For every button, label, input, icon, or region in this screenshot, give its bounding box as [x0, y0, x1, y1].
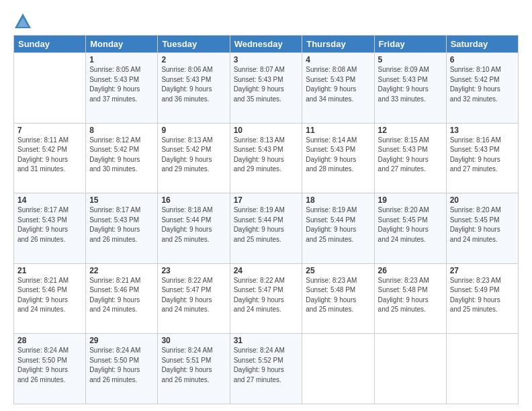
header: [13, 12, 519, 31]
day-number: 20: [450, 195, 515, 205]
calendar-cell: 9Sunrise: 8:13 AMSunset: 5:42 PMDaylight…: [158, 123, 230, 193]
calendar-cell: [302, 334, 374, 404]
logo: [13, 12, 35, 31]
day-info: Sunrise: 8:18 AMSunset: 5:44 PMDaylight:…: [161, 205, 226, 244]
day-number: 19: [378, 195, 443, 205]
calendar-cell: 7Sunrise: 8:11 AMSunset: 5:42 PMDaylight…: [14, 123, 86, 193]
week-row-4: 21Sunrise: 8:21 AMSunset: 5:46 PMDayligh…: [14, 263, 519, 334]
header-row: SundayMondayTuesdayWednesdayThursdayFrid…: [14, 36, 519, 53]
calendar-cell: 20Sunrise: 8:20 AMSunset: 5:45 PMDayligh…: [446, 193, 518, 264]
day-number: 18: [306, 195, 370, 205]
day-number: 22: [89, 266, 154, 275]
header-cell-saturday: Saturday: [446, 36, 518, 53]
header-cell-monday: Monday: [86, 36, 158, 53]
calendar-cell: 17Sunrise: 8:19 AMSunset: 5:44 PMDayligh…: [230, 193, 302, 264]
day-info: Sunrise: 8:22 AMSunset: 5:47 PMDaylight:…: [234, 276, 299, 315]
day-info: Sunrise: 8:15 AMSunset: 5:43 PMDaylight:…: [378, 136, 443, 175]
week-row-3: 14Sunrise: 8:17 AMSunset: 5:43 PMDayligh…: [14, 193, 519, 264]
day-number: 30: [161, 336, 226, 345]
calendar-cell: [14, 53, 86, 124]
page: SundayMondayTuesdayWednesdayThursdayFrid…: [0, 0, 532, 411]
calendar-cell: 29Sunrise: 8:24 AMSunset: 5:50 PMDayligh…: [86, 334, 158, 404]
calendar-cell: 27Sunrise: 8:23 AMSunset: 5:49 PMDayligh…: [446, 263, 518, 334]
calendar-cell: 1Sunrise: 8:05 AMSunset: 5:43 PMDaylight…: [86, 53, 158, 124]
header-cell-friday: Friday: [374, 36, 446, 53]
day-info: Sunrise: 8:24 AMSunset: 5:50 PMDaylight:…: [17, 346, 82, 385]
calendar-cell: 11Sunrise: 8:14 AMSunset: 5:43 PMDayligh…: [302, 123, 374, 193]
day-info: Sunrise: 8:19 AMSunset: 5:44 PMDaylight:…: [234, 205, 299, 244]
calendar-cell: 10Sunrise: 8:13 AMSunset: 5:43 PMDayligh…: [230, 123, 302, 193]
day-info: Sunrise: 8:23 AMSunset: 5:48 PMDaylight:…: [378, 276, 443, 315]
day-number: 25: [306, 266, 370, 275]
calendar-cell: 19Sunrise: 8:20 AMSunset: 5:45 PMDayligh…: [374, 193, 446, 264]
day-number: 27: [450, 266, 515, 275]
day-info: Sunrise: 8:11 AMSunset: 5:42 PMDaylight:…: [17, 136, 82, 175]
day-info: Sunrise: 8:20 AMSunset: 5:45 PMDaylight:…: [450, 205, 515, 244]
day-info: Sunrise: 8:09 AMSunset: 5:43 PMDaylight:…: [378, 65, 443, 104]
day-number: 21: [17, 266, 82, 275]
day-number: 23: [161, 266, 226, 275]
calendar-cell: 6Sunrise: 8:10 AMSunset: 5:42 PMDaylight…: [446, 53, 518, 124]
day-info: Sunrise: 8:21 AMSunset: 5:46 PMDaylight:…: [89, 276, 154, 315]
calendar-cell: 28Sunrise: 8:24 AMSunset: 5:50 PMDayligh…: [14, 334, 86, 404]
day-info: Sunrise: 8:19 AMSunset: 5:44 PMDaylight:…: [306, 205, 370, 244]
day-number: 16: [161, 195, 226, 205]
calendar-cell: 30Sunrise: 8:24 AMSunset: 5:51 PMDayligh…: [158, 334, 230, 404]
header-cell-tuesday: Tuesday: [158, 36, 230, 53]
day-info: Sunrise: 8:16 AMSunset: 5:43 PMDaylight:…: [450, 136, 515, 175]
calendar-cell: 31Sunrise: 8:24 AMSunset: 5:52 PMDayligh…: [230, 334, 302, 404]
calendar-cell: 22Sunrise: 8:21 AMSunset: 5:46 PMDayligh…: [86, 263, 158, 334]
header-cell-sunday: Sunday: [14, 36, 86, 53]
calendar-cell: 23Sunrise: 8:22 AMSunset: 5:47 PMDayligh…: [158, 263, 230, 334]
day-number: 9: [161, 126, 226, 135]
day-number: 31: [234, 336, 299, 345]
calendar-cell: 3Sunrise: 8:07 AMSunset: 5:43 PMDaylight…: [230, 53, 302, 124]
week-row-2: 7Sunrise: 8:11 AMSunset: 5:42 PMDaylight…: [14, 123, 519, 193]
calendar-cell: 25Sunrise: 8:23 AMSunset: 5:48 PMDayligh…: [302, 263, 374, 334]
day-number: 1: [89, 55, 154, 64]
calendar-cell: 13Sunrise: 8:16 AMSunset: 5:43 PMDayligh…: [446, 123, 518, 193]
week-row-1: 1Sunrise: 8:05 AMSunset: 5:43 PMDaylight…: [14, 53, 519, 124]
day-info: Sunrise: 8:23 AMSunset: 5:49 PMDaylight:…: [450, 276, 515, 315]
calendar-cell: 2Sunrise: 8:06 AMSunset: 5:43 PMDaylight…: [158, 53, 230, 124]
day-number: 10: [234, 126, 299, 135]
day-info: Sunrise: 8:24 AMSunset: 5:51 PMDaylight:…: [161, 346, 226, 385]
day-number: 3: [234, 55, 299, 64]
day-info: Sunrise: 8:22 AMSunset: 5:47 PMDaylight:…: [161, 276, 226, 315]
day-info: Sunrise: 8:14 AMSunset: 5:43 PMDaylight:…: [306, 136, 370, 175]
calendar-cell: 12Sunrise: 8:15 AMSunset: 5:43 PMDayligh…: [374, 123, 446, 193]
calendar-cell: 21Sunrise: 8:21 AMSunset: 5:46 PMDayligh…: [14, 263, 86, 334]
calendar-cell: 18Sunrise: 8:19 AMSunset: 5:44 PMDayligh…: [302, 193, 374, 264]
day-number: 5: [378, 55, 443, 64]
day-info: Sunrise: 8:24 AMSunset: 5:50 PMDaylight:…: [89, 346, 154, 385]
day-number: 4: [306, 55, 370, 64]
day-number: 8: [89, 126, 154, 135]
day-info: Sunrise: 8:17 AMSunset: 5:43 PMDaylight:…: [89, 205, 154, 244]
calendar-table: SundayMondayTuesdayWednesdayThursdayFrid…: [13, 35, 519, 404]
day-number: 13: [450, 126, 515, 135]
day-number: 2: [161, 55, 226, 64]
day-info: Sunrise: 8:17 AMSunset: 5:43 PMDaylight:…: [17, 205, 82, 244]
day-info: Sunrise: 8:12 AMSunset: 5:42 PMDaylight:…: [89, 136, 154, 175]
calendar-cell: 24Sunrise: 8:22 AMSunset: 5:47 PMDayligh…: [230, 263, 302, 334]
calendar-cell: 14Sunrise: 8:17 AMSunset: 5:43 PMDayligh…: [14, 193, 86, 264]
day-number: 29: [89, 336, 154, 345]
calendar-cell: 4Sunrise: 8:08 AMSunset: 5:43 PMDaylight…: [302, 53, 374, 124]
day-info: Sunrise: 8:10 AMSunset: 5:42 PMDaylight:…: [450, 65, 515, 104]
calendar-cell: 15Sunrise: 8:17 AMSunset: 5:43 PMDayligh…: [86, 193, 158, 264]
calendar-cell: 8Sunrise: 8:12 AMSunset: 5:42 PMDaylight…: [86, 123, 158, 193]
day-info: Sunrise: 8:20 AMSunset: 5:45 PMDaylight:…: [378, 205, 443, 244]
day-info: Sunrise: 8:13 AMSunset: 5:43 PMDaylight:…: [234, 136, 299, 175]
day-info: Sunrise: 8:21 AMSunset: 5:46 PMDaylight:…: [17, 276, 82, 315]
calendar-cell: 26Sunrise: 8:23 AMSunset: 5:48 PMDayligh…: [374, 263, 446, 334]
day-info: Sunrise: 8:05 AMSunset: 5:43 PMDaylight:…: [89, 65, 154, 104]
day-info: Sunrise: 8:13 AMSunset: 5:42 PMDaylight:…: [161, 136, 226, 175]
day-number: 6: [450, 55, 515, 64]
header-cell-thursday: Thursday: [302, 36, 374, 53]
day-number: 24: [234, 266, 299, 275]
day-info: Sunrise: 8:08 AMSunset: 5:43 PMDaylight:…: [306, 65, 370, 104]
day-number: 15: [89, 195, 154, 205]
calendar-cell: [446, 334, 518, 404]
day-number: 11: [306, 126, 370, 135]
logo-icon: [13, 12, 32, 31]
